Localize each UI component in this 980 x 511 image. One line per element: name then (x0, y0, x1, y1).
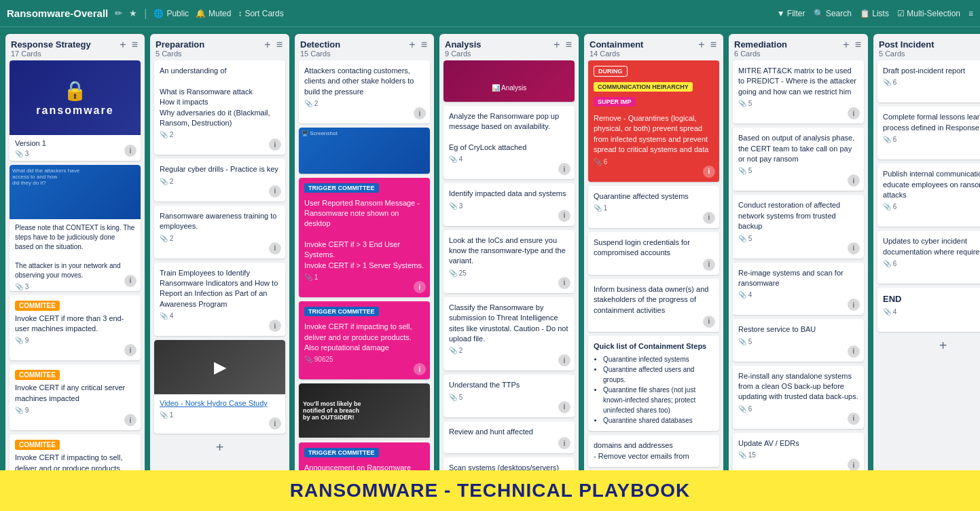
card-identify-impacted[interactable]: Identify impacted data and systems 📎 3 i (443, 183, 575, 225)
add-card-bottom-button[interactable]: + (215, 440, 225, 454)
info-button[interactable]: i (848, 242, 860, 254)
card-meta: 📎 4 (160, 312, 280, 320)
add-card-button[interactable]: + (118, 39, 127, 50)
info-button[interactable]: i (269, 185, 281, 197)
card-outsider-breach[interactable]: You'll most likely benotified of a breac… (299, 383, 430, 438)
card-trigger-1[interactable]: TRIGGER COMMITTEE User Reported Ransom M… (299, 178, 430, 298)
add-card-button[interactable]: + (697, 39, 706, 50)
info-button[interactable]: i (558, 401, 570, 413)
card-analysis-screenshot[interactable]: 📊 Analysis (443, 60, 575, 102)
menu-button[interactable]: ≡ (968, 9, 973, 18)
card-quarantine-systems[interactable]: Quarantine affected systems 📎 1 i (588, 186, 719, 228)
column-menu-button[interactable]: ≡ (130, 39, 139, 50)
info-button[interactable]: i (558, 163, 570, 175)
star-icon[interactable]: ★ (129, 8, 137, 18)
add-card-button[interactable]: + (841, 39, 850, 50)
card-attackers-contacting[interactable]: Attackers contacting customers, clients … (299, 60, 430, 124)
card-text: Restore service to BAU (738, 324, 858, 335)
card-understanding[interactable]: An understanding ofWhat is Ransomware at… (154, 60, 285, 155)
card-committee-2[interactable]: COMMITEE Invoke CERT if any critical ser… (10, 364, 141, 430)
card-committee-1[interactable]: COMMITEE Invoke CERT if more than 3 end-… (10, 295, 141, 361)
info-button[interactable]: i (703, 259, 715, 271)
info-button[interactable]: i (558, 354, 570, 366)
card-suspend-credentials[interactable]: Suspend login credentials for compromise… (588, 232, 719, 275)
column-menu-button[interactable]: ≡ (275, 39, 284, 50)
card-analyze-popup[interactable]: Analyze the Ransomware pop up message ba… (443, 106, 575, 180)
add-card-button[interactable]: + (263, 39, 272, 50)
info-button[interactable]: i (703, 316, 715, 328)
card-mitre[interactable]: MITRE ATT&CK matrix to be used to PREDIC… (733, 60, 864, 124)
card-classify-ransomware[interactable]: Classify the Ransomware by submission to… (443, 297, 575, 371)
info-button[interactable]: i (848, 299, 860, 311)
card-domains[interactable]: domains and addresses- Remove vector ema… (588, 435, 719, 467)
card-draft-report[interactable]: Draft post-incident report 📎 6 i (877, 60, 980, 102)
card-train-employees[interactable]: Train Employees to Identify Ransomware I… (154, 263, 285, 337)
column-menu-button[interactable]: ≡ (854, 39, 863, 50)
card-publish-comms[interactable]: Publish internal communications to educa… (877, 164, 980, 227)
filter-button[interactable]: ▼ Filter (777, 9, 805, 18)
info-button[interactable]: i (848, 107, 860, 119)
card-lessons-learnt[interactable]: Complete formal lessons learnt process d… (877, 107, 980, 159)
card-what-attackers[interactable]: What did the attackers haveaccess to and… (10, 165, 141, 291)
card-cyber-drills[interactable]: Regular cyber drills - Practice is key 📎… (154, 159, 285, 201)
column-menu-button[interactable]: ≡ (420, 39, 429, 50)
info-button[interactable]: i (703, 212, 715, 224)
card-reinstall-standalone[interactable]: Re-install any standalone systems from a… (733, 366, 864, 429)
visibility-badge[interactable]: 🌐 Public (153, 9, 189, 18)
info-button[interactable]: i (414, 107, 426, 119)
card-end[interactable]: END 📎 4 i (877, 288, 980, 332)
card-updates-documentation[interactable]: Updates to cyber incident documentation … (877, 231, 980, 284)
card-inform-stakeholders[interactable]: Inform business data owner(s) and stakeh… (588, 279, 719, 332)
card-understand-ttps[interactable]: Understand the TTPs 📎 5 i (443, 375, 575, 417)
add-card-button[interactable]: + (552, 39, 561, 50)
card-reimage[interactable]: Re-image systems and scan for ransomware… (733, 263, 864, 316)
info-button[interactable]: i (269, 242, 281, 254)
info-button[interactable]: i (124, 275, 137, 287)
card-trigger-2[interactable]: TRIGGER COMMITTEE Invoke CERT if impacti… (299, 301, 430, 379)
column-menu-button[interactable]: ≡ (709, 39, 718, 50)
search-button[interactable]: 🔍 Search (814, 9, 852, 18)
info-button[interactable]: i (848, 345, 860, 358)
sort-badge[interactable]: ↕ Sort Cards (238, 9, 283, 18)
info-button[interactable]: i (414, 281, 426, 293)
info-button[interactable]: i (558, 277, 570, 289)
multi-selection-button[interactable]: ☑ Multi-Selection (897, 9, 960, 18)
info-button[interactable]: i (269, 320, 281, 332)
card-restoration[interactable]: Conduct restoration of affected network … (733, 195, 864, 258)
card-restore-bau[interactable]: Restore service to BAU 📎 5 i (733, 319, 864, 361)
info-button[interactable]: i (124, 344, 137, 356)
card-pay-ransom[interactable]: Based on output of analysis phase, the C… (733, 128, 864, 191)
info-button[interactable]: i (848, 459, 860, 471)
attachment-icon: 📎 9 (15, 337, 29, 344)
info-button[interactable]: i (269, 138, 281, 151)
card-laptop-screenshot[interactable]: 🖥️ Screenshot (299, 128, 430, 173)
info-button[interactable]: i (124, 414, 137, 426)
column-menu-button[interactable]: ≡ (564, 39, 573, 50)
card-iocs[interactable]: Look at the IoCs and ensure you know the… (443, 230, 575, 293)
card-video-norsk[interactable]: ▶ Video - Norsk Hydro Case Study 📎 1 i (154, 340, 285, 434)
info-button[interactable]: i (124, 145, 137, 157)
card-update-av[interactable]: Update AV / EDRs 📎 15 i (733, 433, 864, 475)
info-button[interactable]: i (414, 363, 426, 375)
card-awareness-training[interactable]: Ransomware awareness training to employe… (154, 206, 285, 259)
column-count: 14 Cards (589, 50, 643, 58)
info-button[interactable]: i (703, 166, 715, 178)
info-button[interactable]: i (848, 174, 860, 187)
cards-area: 🔒 ransomware Version 1 📎 3 i What did th… (5, 60, 145, 504)
card-quick-list[interactable]: Quick list of Containment Steps Quaranti… (588, 336, 719, 431)
muted-badge[interactable]: 🔔 Muted (196, 9, 231, 18)
info-button[interactable]: i (558, 437, 570, 449)
lists-button[interactable]: 📋 Lists (860, 9, 889, 18)
attachment-icon: 📎 1 (594, 204, 607, 212)
info-button[interactable]: i (848, 413, 860, 425)
add-card-bottom-button[interactable]: + (938, 339, 949, 352)
info-button[interactable]: i (558, 210, 570, 222)
attachment-icon: 📎 6 (738, 405, 752, 413)
add-card-button[interactable]: + (407, 39, 416, 50)
card-review-hunt[interactable]: Review and hunt affected i (443, 421, 575, 453)
card-meta: 📎 25 (449, 269, 569, 277)
sort-icon: ↕ (238, 9, 242, 18)
edit-icon[interactable]: ✏ (115, 8, 122, 18)
card-during[interactable]: DURING COMMUNICATION HEIRARCHY SUPER IMP… (588, 60, 719, 182)
card-ransomware-image[interactable]: 🔒 ransomware Version 1 📎 3 i (10, 60, 141, 161)
